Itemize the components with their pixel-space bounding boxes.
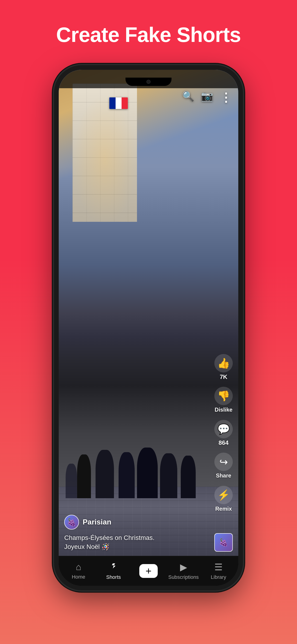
camera-icon[interactable]: 📷 [201, 90, 213, 104]
nav-item-subscriptions[interactable]: ▶ Subscriptions [166, 562, 201, 580]
video-description-line2: Joyeux Noël 🪅 [64, 542, 211, 551]
comment-count: 864 [218, 440, 228, 446]
french-flag [109, 98, 128, 109]
phone-screen: 🔍 📷 ⋮ 👍 7K 👎 Dislike [59, 70, 238, 586]
shorts-icon [109, 562, 118, 572]
library-icon: ☰ [214, 562, 223, 572]
shorts-label: Shorts [106, 574, 121, 580]
person-silhouette [137, 448, 158, 498]
channel-row: 🍇 Parisian [64, 515, 211, 530]
nav-item-home[interactable]: ⌂ Home [61, 562, 96, 580]
side-actions: 👍 7K 👎 Dislike 💬 864 ↪ [214, 354, 233, 512]
people-silhouettes [59, 440, 238, 498]
dislike-label: Dislike [214, 406, 232, 413]
video-description-line1: Champs-Élysées on Christmas. [64, 533, 211, 542]
person-silhouette [118, 452, 135, 498]
nav-item-library[interactable]: ☰ Library [201, 562, 236, 580]
more-options-icon[interactable]: ⋮ [220, 90, 232, 104]
remix-icon-circle: ⚡ [214, 486, 233, 504]
share-icon: ↪ [220, 456, 228, 468]
channel-thumbnail[interactable]: 🍇 [214, 533, 233, 552]
bottom-nav: ⌂ Home Shorts + ▶ Subscriptions [59, 556, 238, 586]
person-silhouette [181, 456, 196, 498]
share-icon-circle: ↪ [214, 452, 233, 471]
comment-icon: 💬 [217, 423, 230, 435]
video-area [59, 70, 238, 556]
subscriptions-label: Subscriptions [168, 574, 199, 580]
person-silhouette [160, 453, 177, 498]
dislike-icon-circle: 👎 [214, 387, 233, 405]
subscriptions-icon: ▶ [180, 562, 187, 572]
share-label: Share [216, 472, 232, 479]
comment-button[interactable]: 💬 864 [214, 420, 233, 446]
person-silhouette [66, 464, 77, 498]
phone-shell: 🔍 📷 ⋮ 👍 7K 👎 Dislike [54, 65, 243, 590]
channel-info: 🍇 Parisian Champs-Élysées on Christmas. … [64, 515, 211, 551]
search-icon[interactable]: 🔍 [182, 90, 194, 104]
home-icon: ⌂ [76, 562, 81, 572]
library-label: Library [211, 574, 226, 580]
dislike-icon: 👎 [217, 390, 230, 402]
comment-icon-circle: 💬 [214, 420, 233, 438]
create-plus-button[interactable]: + [139, 564, 158, 578]
channel-avatar[interactable]: 🍇 [64, 515, 79, 530]
home-label: Home [72, 574, 86, 580]
building-lights [68, 93, 142, 226]
channel-name: Parisian [83, 518, 112, 526]
phone-top-bar [59, 70, 238, 88]
camera-dot [146, 80, 150, 84]
remix-label: Remix [215, 506, 232, 512]
remix-icon: ⚡ [217, 489, 230, 501]
top-controls: 🔍 📷 ⋮ [182, 90, 232, 104]
camera-notch [126, 78, 172, 86]
nav-item-shorts[interactable]: Shorts [96, 562, 131, 580]
page-title: Create Fake Shorts [56, 23, 241, 47]
like-button[interactable]: 👍 7K [214, 354, 233, 380]
nav-item-create[interactable]: + [131, 564, 166, 578]
flag-white [116, 98, 122, 109]
dislike-button[interactable]: 👎 Dislike [214, 387, 233, 413]
like-icon-circle: 👍 [214, 354, 233, 372]
person-silhouette [96, 450, 114, 498]
flag-blue [109, 98, 116, 109]
share-button[interactable]: ↪ Share [214, 452, 233, 479]
flag-red [122, 98, 128, 109]
like-icon: 👍 [217, 357, 230, 369]
like-count: 7K [220, 374, 227, 380]
remix-button[interactable]: ⚡ Remix [214, 486, 233, 512]
person-silhouette [77, 454, 91, 498]
